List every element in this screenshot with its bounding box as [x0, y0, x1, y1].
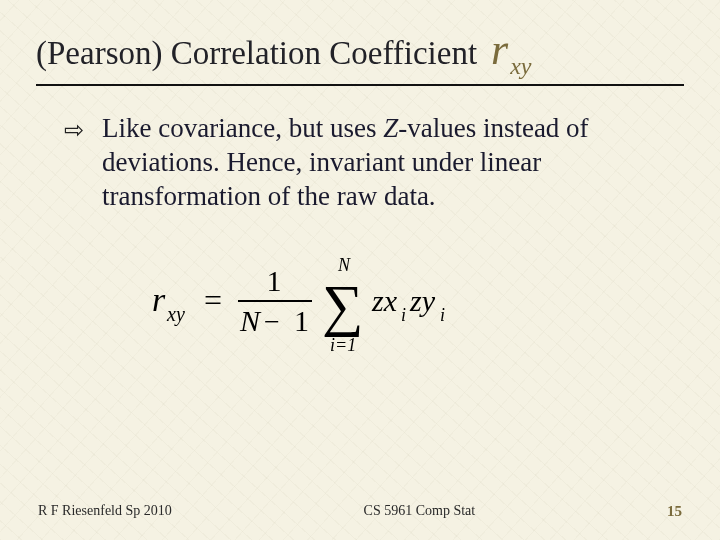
svg-text:N: N	[239, 304, 262, 337]
body: ⇨ Like covariance, but uses Z-values ins…	[36, 112, 684, 359]
svg-text:N: N	[337, 255, 351, 275]
page-number: 15	[667, 503, 682, 520]
footer-center: CS 5961 Comp Stat	[364, 503, 476, 520]
svg-text:xy: xy	[166, 303, 185, 326]
svg-text:i=1: i=1	[330, 335, 356, 355]
svg-text:1: 1	[267, 264, 282, 297]
svg-text:=: =	[204, 282, 222, 318]
bullet-arrow-icon: ⇨	[64, 115, 84, 213]
svg-text:∑: ∑	[322, 273, 363, 338]
formula: r xy = 1 N − 1 ∑ N i=1 zx i zy i	[152, 249, 684, 359]
svg-text:−: −	[264, 306, 280, 337]
footer-left: R F Riesenfeld Sp 2010	[38, 503, 172, 520]
svg-text:i: i	[440, 305, 445, 325]
footer: R F Riesenfeld Sp 2010 CS 5961 Comp Stat…	[0, 503, 720, 520]
slide-title: (Pearson) Correlation Coefficient	[36, 35, 477, 72]
svg-text:1: 1	[294, 304, 309, 337]
svg-text:r: r	[152, 281, 166, 318]
bullet-item: ⇨ Like covariance, but uses Z-values ins…	[64, 112, 684, 213]
svg-text:zx: zx	[371, 284, 398, 317]
title-row: (Pearson) Correlation Coefficient rxy	[36, 28, 684, 86]
svg-text:i: i	[401, 305, 406, 325]
formula-svg: r xy = 1 N − 1 ∑ N i=1 zx i zy i	[152, 249, 492, 359]
title-symbol: rxy	[491, 28, 531, 78]
slide: (Pearson) Correlation Coefficient rxy ⇨ …	[0, 0, 720, 540]
svg-text:zy: zy	[409, 284, 436, 317]
bullet-text: Like covariance, but uses Z-values inste…	[102, 112, 684, 213]
